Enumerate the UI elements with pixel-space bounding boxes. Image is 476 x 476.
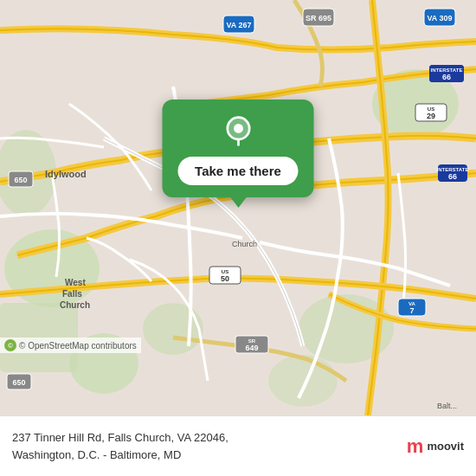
- svg-text:Church: Church: [60, 300, 90, 310]
- osm-attribution: © © OpenStreetMap contributors: [0, 338, 141, 353]
- svg-point-7: [268, 355, 338, 407]
- svg-text:Church: Church: [232, 240, 257, 248]
- svg-text:29: 29: [427, 112, 435, 120]
- map-container: VA 267 SR 695 VA 309 INTERSTATE 66 INTER…: [0, 0, 476, 415]
- svg-text:66: 66: [448, 172, 457, 181]
- osm-text: © OpenStreetMap contributors: [19, 341, 137, 351]
- svg-text:Falls: Falls: [62, 289, 82, 299]
- svg-text:Idylwood: Idylwood: [45, 169, 87, 179]
- svg-text:650: 650: [14, 176, 27, 184]
- svg-point-6: [143, 303, 203, 355]
- svg-text:SR 695: SR 695: [306, 14, 331, 23]
- svg-text:VA 267: VA 267: [226, 21, 251, 29]
- svg-text:West: West: [65, 278, 86, 287]
- svg-text:VA 309: VA 309: [427, 14, 452, 23]
- svg-text:7: 7: [409, 306, 414, 315]
- info-bar: 237 Tinner Hill Rd, Falls Church, VA 220…: [0, 415, 476, 476]
- moovit-logo: m moovit: [407, 435, 464, 458]
- location-pin-icon: [222, 115, 254, 148]
- svg-text:650: 650: [12, 378, 25, 387]
- svg-text:Balt...: Balt...: [437, 402, 457, 410]
- take-me-there-popup: Take me there: [163, 100, 314, 197]
- moovit-brand-name: moovit: [427, 440, 464, 453]
- svg-point-48: [234, 124, 243, 133]
- moovit-m-letter: m: [407, 435, 424, 458]
- address-line1: 237 Tinner Hill Rd, Falls Church, VA 220…: [12, 431, 228, 444]
- svg-text:50: 50: [221, 274, 229, 283]
- take-me-there-button[interactable]: Take me there: [177, 157, 299, 185]
- svg-text:649: 649: [245, 344, 258, 352]
- osm-logo: ©: [4, 339, 16, 351]
- address-line2: Washington, D.C. - Baltimore, MD: [12, 448, 181, 461]
- address-container: 237 Tinner Hill Rd, Falls Church, VA 220…: [12, 429, 407, 463]
- svg-text:66: 66: [442, 73, 451, 81]
